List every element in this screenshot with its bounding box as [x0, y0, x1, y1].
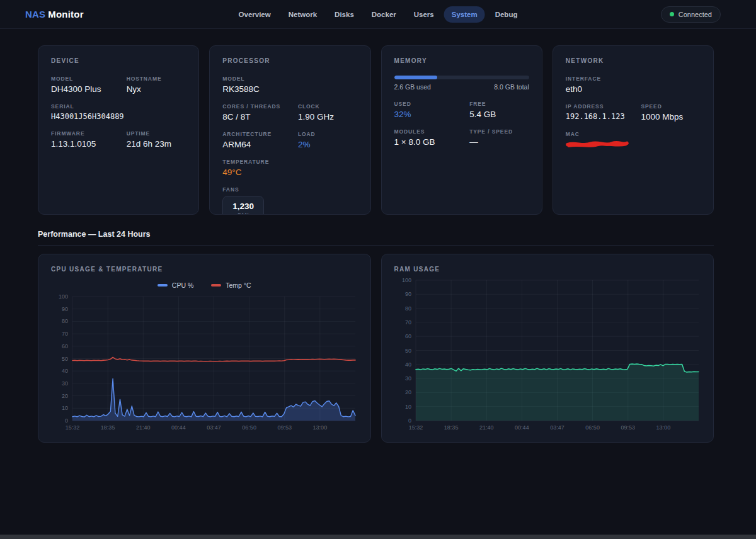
- svg-text:60: 60: [404, 333, 411, 339]
- brand-rest: Monitor: [48, 9, 83, 20]
- cpu-legend-swatch-icon: [158, 284, 168, 287]
- network-ip-value: 192.168.1.123: [566, 112, 636, 121]
- ram-chart-title: RAM USAGE: [394, 266, 701, 273]
- network-interface-label: INTERFACE: [566, 76, 701, 82]
- device-model-value: DH4300 Plus: [51, 84, 122, 94]
- svg-text:10: 10: [62, 405, 68, 411]
- svg-text:03:47: 03:47: [207, 424, 221, 431]
- cpu-model-value: RK3588C: [222, 84, 357, 94]
- memory-modules-field: MODULES 1 × 8.0 GB: [394, 128, 465, 147]
- topbar: NASMonitor Overview Network Disks Docker…: [0, 0, 756, 29]
- nav-item-network[interactable]: Network: [281, 6, 324, 23]
- svg-text:15:32: 15:32: [66, 424, 80, 431]
- network-card-title: NETWORK: [566, 57, 701, 64]
- svg-text:50: 50: [62, 356, 68, 362]
- nav-item-users[interactable]: Users: [406, 6, 442, 23]
- device-model-field: MODEL DH4300 Plus: [51, 76, 122, 94]
- cpu-fans-field: FANS 1,230 FAN: [222, 186, 357, 215]
- cpu-model-field: MODEL RK3588C: [222, 76, 357, 94]
- device-uptime-label: UPTIME: [127, 130, 186, 137]
- cpu-load-value: 2%: [298, 140, 358, 149]
- svg-text:03:47: 03:47: [550, 424, 564, 431]
- cpu-cores-value: 8C / 8T: [222, 112, 293, 122]
- memory-modules-value: 1 × 8.0 GB: [394, 137, 465, 147]
- cpu-load-field: LOAD 2%: [298, 131, 358, 149]
- legend-item-temp: Temp °C: [211, 281, 251, 289]
- cpu-clock-value: 1.90 GHz: [298, 112, 358, 122]
- svg-text:20: 20: [62, 393, 68, 399]
- svg-text:70: 70: [62, 331, 68, 337]
- fan-rpm-unit: FAN: [232, 212, 254, 215]
- svg-text:50: 50: [404, 348, 411, 354]
- network-mac-label: MAC: [566, 131, 701, 137]
- svg-text:100: 100: [59, 293, 68, 300]
- svg-text:06:50: 06:50: [585, 424, 600, 431]
- memory-card-title: MEMORY: [394, 57, 529, 64]
- svg-text:0: 0: [65, 417, 68, 424]
- network-speed-value: 1000 Mbps: [641, 112, 701, 122]
- device-model-label: MODEL: [51, 76, 122, 82]
- cpu-arch-label: ARCHITECTURE: [222, 131, 293, 137]
- status-label: Connected: [679, 11, 712, 18]
- mac-redaction-scribble: [566, 139, 629, 149]
- svg-text:09:53: 09:53: [277, 424, 292, 431]
- device-firmware-label: FIRMWARE: [51, 130, 122, 137]
- processor-card-title: PROCESSOR: [222, 57, 357, 64]
- nav-item-disks[interactable]: Disks: [327, 6, 362, 23]
- fan-rpm-box: 1,230 FAN: [222, 196, 264, 215]
- memory-free-label: FREE: [469, 101, 529, 107]
- cpu-model-label: MODEL: [222, 76, 357, 82]
- svg-text:60: 60: [62, 343, 68, 349]
- cpu-chart-title: CPU USAGE & TEMPERATURE: [51, 266, 358, 273]
- svg-text:06:50: 06:50: [242, 424, 256, 431]
- info-cards-row: DEVICE MODEL DH4300 Plus HOSTNAME Nyx SE…: [38, 45, 714, 215]
- network-interface-value: eth0: [566, 84, 701, 94]
- network-card: NETWORK INTERFACE eth0 IP ADDRESS 192.16…: [553, 45, 714, 215]
- device-serial-value: H43001J56H304889: [51, 112, 186, 121]
- memory-type-field: TYPE / SPEED —: [469, 128, 529, 147]
- svg-text:00:44: 00:44: [515, 424, 529, 431]
- memory-modules-label: MODULES: [394, 128, 465, 135]
- cpu-fans-label: FANS: [222, 186, 357, 193]
- connection-status-badge: Connected: [661, 6, 721, 23]
- device-card-title: DEVICE: [51, 57, 186, 64]
- ram-line-chart: 010203040506070809010015:3218:3521:4000:…: [394, 275, 701, 433]
- device-serial-label: SERIAL: [51, 103, 186, 110]
- cpu-arch-field: ARCHITECTURE ARM64: [222, 131, 293, 149]
- memory-free-field: FREE 5.4 GB: [469, 101, 529, 119]
- legend-item-cpu: CPU %: [158, 281, 193, 289]
- device-card: DEVICE MODEL DH4300 Plus HOSTNAME Nyx SE…: [38, 45, 199, 215]
- brand-accent: NAS: [25, 9, 45, 20]
- svg-text:09:53: 09:53: [621, 424, 635, 431]
- cpu-clock-label: CLOCK: [298, 103, 358, 110]
- memory-used-field: USED 32%: [394, 101, 465, 119]
- network-interface-field: INTERFACE eth0: [566, 76, 701, 94]
- main-nav: Overview Network Disks Docker Users Syst…: [231, 6, 525, 23]
- svg-text:40: 40: [62, 368, 68, 374]
- svg-text:20: 20: [404, 389, 411, 395]
- nav-item-debug[interactable]: Debug: [488, 6, 525, 23]
- cpu-clock-field: CLOCK 1.90 GHz: [298, 103, 358, 122]
- cpu-temp-label: TEMPERATURE: [222, 159, 357, 165]
- network-ip-label: IP ADDRESS: [566, 103, 636, 110]
- device-firmware-value: 1.13.1.0105: [51, 139, 122, 149]
- charts-row: CPU USAGE & TEMPERATURE CPU % Temp °C 01…: [38, 254, 714, 443]
- nav-item-overview[interactable]: Overview: [231, 6, 278, 23]
- svg-text:90: 90: [404, 291, 411, 297]
- memory-type-label: TYPE / SPEED: [469, 128, 529, 135]
- svg-text:30: 30: [404, 375, 411, 382]
- svg-text:21:40: 21:40: [136, 424, 151, 431]
- network-mac-field: MAC: [566, 131, 701, 149]
- cpu-arch-value: ARM64: [222, 140, 293, 149]
- svg-text:100: 100: [401, 277, 411, 283]
- nav-item-docker[interactable]: Docker: [364, 6, 404, 23]
- device-uptime-field: UPTIME 21d 6h 23m: [127, 130, 186, 149]
- memory-usage-bar: [394, 76, 529, 79]
- nav-item-system[interactable]: System: [444, 6, 485, 23]
- svg-text:0: 0: [408, 417, 411, 424]
- svg-text:13:00: 13:00: [313, 424, 328, 431]
- device-hostname-label: HOSTNAME: [127, 76, 186, 82]
- cpu-chart-card: CPU USAGE & TEMPERATURE CPU % Temp °C 01…: [38, 254, 371, 443]
- cpu-chart-legend: CPU % Temp °C: [51, 281, 358, 289]
- app-logo: NASMonitor: [25, 9, 84, 20]
